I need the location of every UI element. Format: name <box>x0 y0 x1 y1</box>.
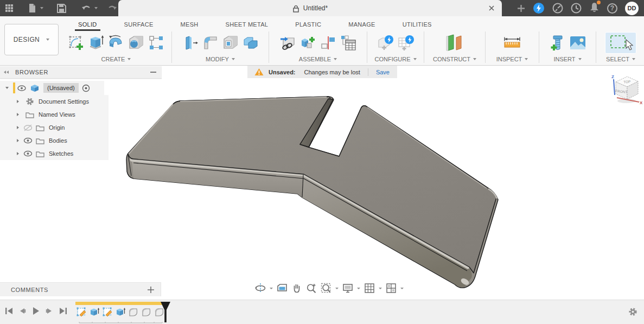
configuration-table-button[interactable] <box>397 33 415 53</box>
sheet-metal-body[interactable] <box>126 97 498 288</box>
browser-item-named-views[interactable]: Named Views <box>0 108 109 121</box>
grid-caret-icon[interactable] <box>379 288 382 289</box>
timeline-feature-extrude-2[interactable] <box>114 306 126 319</box>
group-label-select[interactable]: SELECT <box>606 56 635 62</box>
notifications-icon[interactable] <box>589 2 600 15</box>
extrude-button[interactable] <box>87 33 105 53</box>
display-caret-icon[interactable] <box>357 288 360 289</box>
minimize-icon[interactable] <box>150 72 156 73</box>
job-status-icon[interactable] <box>533 2 545 14</box>
zoom-icon[interactable] <box>305 282 318 295</box>
construction-plane-button[interactable] <box>443 33 467 53</box>
group-label-insert[interactable]: INSERT <box>553 56 581 62</box>
tab-utilities[interactable]: UTILITIES <box>401 19 433 30</box>
timeline-position-marker[interactable] <box>160 301 171 324</box>
visibility-eye-icon[interactable] <box>23 150 33 157</box>
step-back-button[interactable] <box>18 307 27 315</box>
add-comment-icon[interactable] <box>148 287 154 293</box>
collapse-panel-icon[interactable] <box>4 71 9 74</box>
view-cube[interactable]: TOP FRONT Z X <box>607 71 642 106</box>
timeline-feature-extrude-1[interactable] <box>88 306 100 319</box>
bom-button[interactable] <box>339 33 358 53</box>
orbit-caret-icon[interactable] <box>270 288 273 289</box>
go-to-end-button[interactable] <box>59 307 67 315</box>
chevron-right-icon[interactable] <box>17 100 19 103</box>
help-icon[interactable]: ? <box>607 3 617 14</box>
timeline-feature-sketch-1[interactable] <box>75 306 87 319</box>
avatar[interactable]: DD <box>625 2 639 15</box>
viewports-icon[interactable] <box>385 282 398 295</box>
save-icon[interactable] <box>55 2 67 14</box>
configure-button[interactable] <box>377 33 395 53</box>
file-menu-icon[interactable] <box>26 2 38 14</box>
shell-button[interactable] <box>221 33 240 53</box>
activate-component-icon[interactable] <box>82 84 90 92</box>
app-grid-icon[interactable] <box>3 2 15 14</box>
group-label-inspect[interactable]: INSPECT <box>496 56 528 62</box>
chevron-right-icon[interactable] <box>17 113 19 116</box>
group-label-configure[interactable]: CONFIGURE <box>375 56 417 62</box>
select-button[interactable] <box>605 32 636 54</box>
visibility-eye-icon[interactable] <box>23 137 33 144</box>
revolve-button[interactable] <box>107 33 125 53</box>
viewcube-top-label[interactable]: TOP <box>623 80 631 84</box>
step-forward-button[interactable] <box>45 307 54 315</box>
browser-item-document-settings[interactable]: Document Settings <box>0 95 109 108</box>
performance-icon[interactable] <box>552 3 563 14</box>
browser-item-origin[interactable]: Origin <box>0 121 109 134</box>
browser-root-row[interactable]: (Unsaved) <box>0 81 104 95</box>
tab-surface[interactable]: SURFACE <box>123 19 155 30</box>
group-label-construct[interactable]: CONSTRUCT <box>433 56 476 62</box>
joint-button[interactable] <box>319 33 337 53</box>
display-settings-icon[interactable] <box>341 282 354 295</box>
chevron-right-icon[interactable] <box>17 139 19 142</box>
group-label-assemble[interactable]: ASSEMBLE <box>299 56 337 62</box>
new-component-button[interactable] <box>299 33 317 53</box>
tab-mesh[interactable]: MESH <box>180 19 200 30</box>
root-component-label[interactable]: (Unsaved) <box>43 83 79 93</box>
tab-sheet-metal[interactable]: SHEET METAL <box>225 19 270 30</box>
canvas-button[interactable] <box>569 33 587 53</box>
look-at-icon[interactable] <box>276 282 289 295</box>
redo-icon[interactable] <box>106 2 118 14</box>
pan-icon[interactable] <box>290 282 303 295</box>
go-to-start-button[interactable] <box>4 307 13 315</box>
browser-item-sketches[interactable]: Sketches <box>0 147 109 160</box>
tab-plastic[interactable]: PLASTIC <box>294 19 322 30</box>
chevron-right-icon[interactable] <box>17 126 19 129</box>
insert-fastener-button[interactable] <box>549 33 567 53</box>
tab-manage[interactable]: MANAGE <box>347 19 376 30</box>
play-button[interactable] <box>31 307 40 315</box>
zoom-window-caret-icon[interactable] <box>335 288 339 289</box>
viewports-caret-icon[interactable] <box>400 288 404 289</box>
timeline-feature-sketch-2[interactable] <box>101 306 113 319</box>
undo-icon[interactable] <box>80 2 92 14</box>
workspace-switcher[interactable]: DESIGN <box>4 24 59 55</box>
file-menu-caret-icon[interactable] <box>40 7 43 9</box>
document-tab[interactable]: Untitled* <box>118 0 502 16</box>
timeline-feature-fillet-2[interactable] <box>141 306 152 319</box>
tab-solid[interactable]: SOLID <box>77 19 98 30</box>
visibility-eye-icon[interactable] <box>17 85 26 91</box>
insert-derive-button[interactable] <box>279 33 297 53</box>
history-icon[interactable] <box>571 3 582 14</box>
hole-button[interactable] <box>127 33 145 53</box>
pattern-button[interactable] <box>147 33 165 53</box>
orbit-icon[interactable] <box>254 282 267 295</box>
chevron-right-icon[interactable] <box>17 152 19 155</box>
group-label-create[interactable]: CREATE <box>101 56 131 62</box>
create-sketch-button[interactable] <box>67 33 85 53</box>
visibility-off-icon[interactable] <box>23 124 33 131</box>
save-button[interactable]: Save <box>376 69 390 75</box>
close-tab-icon[interactable] <box>488 4 495 12</box>
timeline-settings-gear-icon[interactable] <box>628 307 637 316</box>
browser-item-bodies[interactable]: Bodies <box>0 134 109 147</box>
timeline-feature-fillet-1[interactable] <box>127 306 139 319</box>
comments-panel[interactable]: COMMENTS <box>0 282 161 296</box>
fillet-button[interactable] <box>201 33 220 53</box>
new-tab-icon[interactable] <box>517 4 525 12</box>
group-label-modify[interactable]: MODIFY <box>206 56 235 62</box>
undo-caret-icon[interactable] <box>94 7 98 9</box>
chevron-down-icon[interactable] <box>5 87 9 89</box>
press-pull-button[interactable] <box>181 33 200 53</box>
